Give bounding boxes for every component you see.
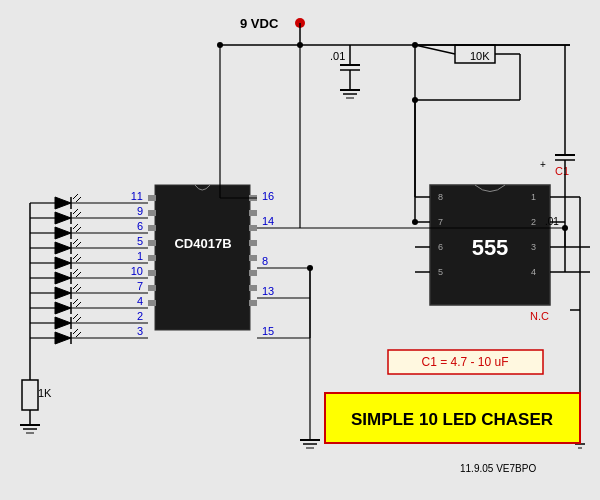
svg-point-181 (217, 42, 223, 48)
svg-rect-23 (249, 300, 257, 306)
svg-rect-20 (249, 255, 257, 261)
svg-rect-19 (249, 240, 257, 246)
svg-rect-14 (148, 285, 156, 291)
svg-text:13: 13 (262, 285, 274, 297)
svg-point-183 (412, 219, 418, 225)
svg-rect-21 (249, 270, 257, 276)
svg-text:5: 5 (137, 235, 143, 247)
svg-text:15: 15 (262, 325, 274, 337)
svg-text:N.C: N.C (530, 310, 549, 322)
svg-text:11.9.05  VE7BPO: 11.9.05 VE7BPO (460, 463, 536, 474)
svg-rect-9 (148, 210, 156, 216)
svg-text:10K: 10K (470, 50, 490, 62)
svg-rect-6 (155, 185, 250, 330)
svg-text:SIMPLE  10 LED CHASER: SIMPLE 10 LED CHASER (351, 410, 553, 429)
svg-text:14: 14 (262, 215, 274, 227)
svg-rect-8 (148, 195, 156, 201)
svg-rect-13 (148, 270, 156, 276)
svg-rect-10 (148, 225, 156, 231)
svg-point-179 (297, 42, 303, 48)
svg-rect-18 (249, 225, 257, 231)
svg-rect-22 (249, 285, 257, 291)
svg-text:3: 3 (531, 242, 536, 252)
svg-text:555: 555 (472, 235, 509, 260)
svg-point-185 (562, 225, 568, 231)
svg-point-184 (307, 265, 313, 271)
svg-text:C1 = 4.7 - 10 uF: C1 = 4.7 - 10 uF (421, 355, 508, 369)
svg-text:7: 7 (438, 217, 443, 227)
svg-text:.01: .01 (545, 216, 559, 227)
svg-text:8: 8 (262, 255, 268, 267)
svg-text:6: 6 (438, 242, 443, 252)
svg-text:3: 3 (137, 325, 143, 337)
svg-text:1: 1 (137, 250, 143, 262)
svg-text:16: 16 (262, 190, 274, 202)
svg-text:10: 10 (131, 265, 143, 277)
svg-text:2: 2 (531, 217, 536, 227)
svg-text:4: 4 (531, 267, 536, 277)
svg-text:8: 8 (438, 192, 443, 202)
svg-rect-11 (148, 240, 156, 246)
svg-rect-17 (249, 210, 257, 216)
svg-text:9: 9 (137, 205, 143, 217)
svg-point-180 (412, 42, 418, 48)
svg-text:6: 6 (137, 220, 143, 232)
svg-text:4: 4 (137, 295, 143, 307)
svg-text:+: + (540, 159, 546, 170)
svg-text:11: 11 (131, 190, 143, 202)
svg-text:1: 1 (531, 192, 536, 202)
svg-text:C1: C1 (555, 165, 569, 177)
svg-text:2: 2 (137, 310, 143, 322)
svg-text:5: 5 (438, 267, 443, 277)
svg-rect-12 (148, 255, 156, 261)
svg-text:CD4017B: CD4017B (174, 236, 231, 251)
svg-text:7: 7 (137, 280, 143, 292)
svg-rect-15 (148, 300, 156, 306)
svg-text:9 VDC: 9 VDC (240, 16, 279, 31)
svg-text:.01: .01 (330, 50, 345, 62)
schematic-diagram: 9 VDC CD4017B 11 9 6 5 1 10 7 4 2 3 16 1… (0, 0, 600, 500)
svg-point-182 (412, 97, 418, 103)
svg-text:1K: 1K (38, 387, 52, 399)
